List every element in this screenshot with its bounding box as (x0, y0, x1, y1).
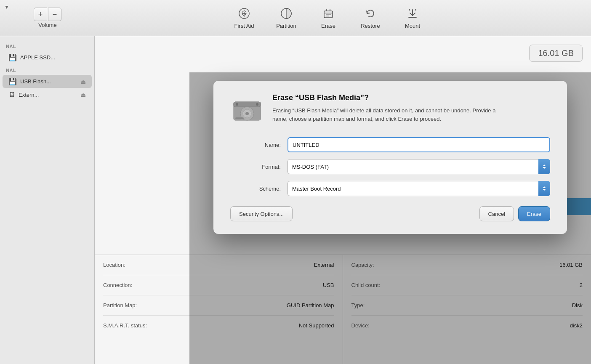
sidebar-item-extern[interactable]: 🖥 Extern... ⏏ (3, 88, 92, 101)
volume-section: + − Volume (34, 8, 61, 28)
scheme-field-label: Scheme: (230, 186, 281, 192)
scheme-select[interactable]: Master Boot RecordGUID Partition MapAppl… (288, 181, 550, 196)
first-aid-icon (238, 8, 250, 21)
format-select-wrapper: MS-DOS (FAT)ExFATMac OS Extended (Journa… (288, 159, 550, 174)
extern-drive-icon: 🖥 (8, 91, 15, 98)
erase-label: Erase (321, 23, 335, 29)
sidebar-item-apple-ssd-label: APPLE SSD... (20, 54, 86, 61)
svg-rect-22 (235, 120, 241, 120)
toolbar: ▼ + − Volume First Aid (0, 0, 591, 36)
modal-buttons: Security Options... Cancel Erase (230, 206, 550, 221)
toolbar-item-partition[interactable]: Partition (265, 3, 307, 33)
modal-header: Erase “USB Flash Media”? Erasing “USB Fl… (230, 93, 550, 127)
sidebar: nal 💾 APPLE SSD... nal 💾 USB Flash... ⏏ … (0, 36, 95, 364)
mount-icon (407, 8, 418, 21)
sidebar-item-extern-label: Extern... (19, 92, 80, 98)
svg-rect-21 (235, 117, 244, 119)
toolbar-item-restore[interactable]: Restore (349, 3, 391, 33)
format-select[interactable]: MS-DOS (FAT)ExFATMac OS Extended (Journa… (288, 159, 550, 174)
erase-modal: Erase “USB Flash Media”? Erasing “USB Fl… (213, 81, 567, 234)
cancel-button[interactable]: Cancel (479, 206, 514, 221)
svg-point-18 (245, 112, 249, 115)
modal-description: Erasing “USB Flash Media” will delete al… (272, 106, 508, 123)
smart-label: S.M.A.R.T. status: (103, 322, 147, 329)
eject-extern-icon[interactable]: ⏏ (80, 91, 86, 98)
toolbar-item-first-aid[interactable]: First Aid (223, 3, 265, 33)
modal-title: Erase “USB Flash Media”? (272, 93, 508, 102)
location-label: Location: (103, 262, 125, 268)
erase-button[interactable]: Erase (518, 206, 550, 221)
name-input[interactable] (288, 137, 550, 152)
sidebar-section-internal: nal (0, 40, 94, 50)
first-aid-label: First Aid (234, 23, 254, 29)
dropdown-chevron-icon[interactable]: ▼ (4, 4, 9, 10)
sidebar-section-external: nal (0, 64, 94, 74)
security-options-button[interactable]: Security Options... (230, 206, 293, 221)
connection-label: Connection: (103, 282, 132, 288)
volume-label: Volume (38, 22, 56, 28)
partition-map-label: Partition Map: (103, 302, 137, 308)
erase-icon (322, 8, 334, 21)
svg-point-14 (236, 103, 238, 106)
drive-image-icon (230, 93, 264, 127)
add-volume-button[interactable]: + (34, 8, 47, 21)
modal-overlay: Erase “USB Flash Media”? Erasing “USB Fl… (189, 72, 591, 364)
sidebar-item-usb-flash[interactable]: 💾 USB Flash... ⏏ (3, 75, 92, 88)
mount-label: Mount (405, 23, 420, 29)
drive-icon: 💾 (8, 53, 17, 61)
partition-icon (280, 8, 292, 21)
svg-point-15 (256, 103, 258, 106)
name-field-label: Name: (230, 142, 281, 148)
modal-text-content: Erase “USB Flash Media”? Erasing “USB Fl… (272, 93, 508, 123)
remove-volume-button[interactable]: − (48, 8, 61, 21)
usb-drive-icon: 💾 (8, 77, 17, 85)
restore-icon (365, 8, 376, 21)
sidebar-item-apple-ssd[interactable]: 💾 APPLE SSD... (3, 51, 92, 64)
toolbar-items: First Aid Partition (74, 3, 583, 33)
format-row: Format: MS-DOS (FAT)ExFATMac OS Extended… (230, 159, 550, 174)
scheme-row: Scheme: Master Boot RecordGUID Partition… (230, 181, 550, 196)
toolbar-item-mount[interactable]: Mount (391, 3, 434, 33)
main-content: 16.01 GB Location: External Connection: … (95, 36, 591, 364)
restore-label: Restore (361, 23, 380, 29)
toolbar-item-erase[interactable]: Erase (307, 3, 349, 33)
svg-rect-5 (324, 11, 333, 18)
scheme-select-wrapper: Master Boot RecordGUID Partition MapAppl… (288, 181, 550, 196)
disk-size-badge: 16.01 GB (529, 45, 583, 62)
eject-usb-icon[interactable]: ⏏ (80, 78, 86, 85)
modal-right-buttons: Cancel Erase (479, 206, 550, 221)
partition-label: Partition (276, 23, 296, 29)
sidebar-item-usb-label: USB Flash... (20, 78, 80, 85)
name-row: Name: (230, 137, 550, 152)
format-field-label: Format: (230, 164, 281, 170)
